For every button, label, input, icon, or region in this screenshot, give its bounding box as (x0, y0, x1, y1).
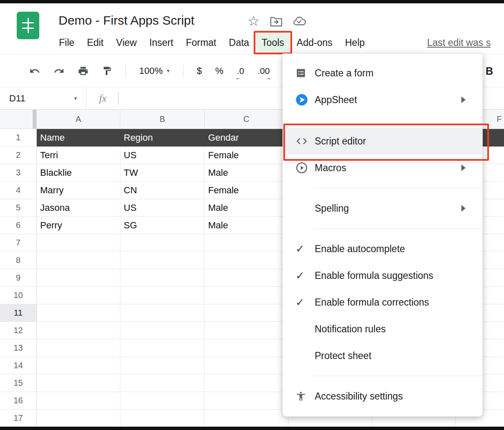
menu-item-script-editor[interactable]: Script editor (283, 128, 482, 154)
cell-B6[interactable]: SG (120, 217, 205, 234)
cell-C14[interactable] (205, 357, 288, 374)
cell-C8[interactable] (205, 252, 288, 269)
row-header-7[interactable]: 7 (0, 234, 37, 252)
row-header-11[interactable]: 11 (0, 304, 37, 322)
cell-A10[interactable] (37, 287, 120, 304)
cell-C15[interactable] (205, 374, 288, 392)
column-header-A[interactable]: A (37, 110, 120, 129)
menu-help[interactable]: Help (339, 33, 371, 53)
cell-A8[interactable] (37, 252, 120, 269)
undo-icon[interactable] (29, 66, 40, 76)
format-currency-button[interactable]: $ (197, 66, 202, 76)
cell-C13[interactable] (205, 339, 288, 357)
cell-A13[interactable] (37, 339, 120, 357)
cell-A1[interactable]: Name (37, 129, 120, 147)
bold-button[interactable]: B (486, 55, 493, 87)
row-header-4[interactable]: 4 (0, 182, 37, 199)
cell-A15[interactable] (37, 374, 120, 392)
cell-C4[interactable]: Female (205, 182, 288, 199)
cell-C10[interactable] (205, 287, 288, 304)
row-header-6[interactable]: 6 (0, 217, 37, 234)
cell-B11[interactable] (120, 304, 205, 322)
cell-A9[interactable] (37, 269, 120, 287)
cell-B3[interactable]: TW (120, 164, 205, 182)
menu-item-enable-formula-corrections[interactable]: ✓ Enable formula corrections (283, 289, 482, 316)
menu-item-accessibility-settings[interactable]: Accessibility settings (283, 383, 482, 410)
format-percent-button[interactable]: % (215, 66, 224, 76)
cell-A14[interactable] (37, 357, 120, 374)
column-header-C[interactable]: C (205, 110, 288, 129)
cell-C16[interactable] (205, 392, 288, 410)
cell-A3[interactable]: Blacklie (37, 164, 120, 182)
cell-B13[interactable] (120, 339, 205, 357)
move-to-folder-icon[interactable] (270, 16, 283, 27)
cell-C11[interactable] (205, 304, 288, 322)
cell-B12[interactable] (120, 322, 205, 339)
decrease-decimal-button[interactable]: .0 ← (237, 66, 244, 76)
cell-C1[interactable]: Gendar (205, 129, 288, 147)
cell-A6[interactable]: Perry (37, 217, 120, 234)
menu-item-notification-rules[interactable]: Notification rules (283, 316, 482, 342)
row-header-15[interactable]: 15 (0, 374, 37, 392)
menu-edit[interactable]: Edit (81, 33, 110, 53)
last-edit-link[interactable]: Last edit was s (427, 33, 491, 53)
cell-B14[interactable] (120, 357, 205, 374)
row-header-8[interactable]: 8 (0, 252, 37, 269)
select-all-corner[interactable] (0, 110, 37, 129)
menu-item-macros[interactable]: Macros (283, 154, 482, 181)
cell-A5[interactable]: Jasona (37, 199, 120, 217)
cell-B10[interactable] (120, 287, 205, 304)
menu-item-enable-autocomplete[interactable]: ✓ Enable autocomplete (283, 235, 482, 262)
print-icon[interactable] (78, 66, 89, 76)
menu-file[interactable]: File (53, 33, 81, 53)
menu-data[interactable]: Data (223, 33, 256, 53)
menu-item-create-a-form[interactable]: Create a form (283, 60, 482, 86)
cell-B9[interactable] (120, 269, 205, 287)
menu-item-appsheet[interactable]: AppSheet (283, 86, 482, 113)
row-header-5[interactable]: 5 (0, 199, 37, 217)
cell-B15[interactable] (120, 374, 205, 392)
row-header-13[interactable]: 13 (0, 339, 37, 357)
cell-C2[interactable]: Female (205, 147, 288, 164)
cell-A7[interactable] (37, 234, 120, 252)
menu-add-ons[interactable]: Add-ons (290, 33, 339, 53)
cell-C12[interactable] (205, 322, 288, 339)
cell-A17[interactable] (37, 410, 120, 427)
sheets-logo[interactable] (17, 12, 39, 39)
cell-B8[interactable] (120, 252, 205, 269)
cell-C17[interactable] (205, 410, 288, 427)
row-header-10[interactable]: 10 (0, 287, 37, 304)
row-header-1[interactable]: 1 (0, 129, 37, 147)
menu-view[interactable]: View (110, 33, 143, 53)
row-header-9[interactable]: 9 (0, 269, 37, 287)
cell-A4[interactable]: Marry (37, 182, 120, 199)
zoom-control[interactable]: 100% ▾ (139, 66, 170, 76)
cell-B4[interactable]: CN (120, 182, 205, 199)
cell-B7[interactable] (120, 234, 205, 252)
cell-C6[interactable]: Male (205, 217, 288, 234)
menu-item-spelling[interactable]: Spelling (283, 195, 482, 222)
row-header-12[interactable]: 12 (0, 322, 37, 339)
document-status-cloud-icon[interactable] (293, 16, 306, 27)
cell-A2[interactable]: Terri (37, 147, 120, 164)
row-header-2[interactable]: 2 (0, 147, 37, 164)
row-header-14[interactable]: 14 (0, 357, 37, 374)
menu-item-enable-formula-suggestions[interactable]: ✓ Enable formula suggestions (283, 262, 482, 289)
cell-A11[interactable] (37, 304, 120, 322)
name-box[interactable]: D11 ▾ (0, 87, 86, 109)
cell-C5[interactable]: Male (205, 199, 288, 217)
star-icon[interactable]: ☆ (247, 14, 260, 28)
cell-C9[interactable] (205, 269, 288, 287)
cell-A16[interactable] (37, 392, 120, 410)
cell-B16[interactable] (120, 392, 205, 410)
row-header-17[interactable]: 17 (0, 410, 37, 427)
menu-insert[interactable]: Insert (143, 33, 180, 53)
cell-B1[interactable]: Region (120, 129, 205, 147)
document-title[interactable]: Demo - First Apps Script (59, 13, 194, 28)
cell-A12[interactable] (37, 322, 120, 339)
redo-icon[interactable] (53, 66, 64, 76)
cell-C3[interactable]: Male (205, 164, 288, 182)
row-header-3[interactable]: 3 (0, 164, 37, 182)
menu-item-protect-sheet[interactable]: Protect sheet (283, 342, 482, 369)
cell-B17[interactable] (120, 410, 205, 427)
